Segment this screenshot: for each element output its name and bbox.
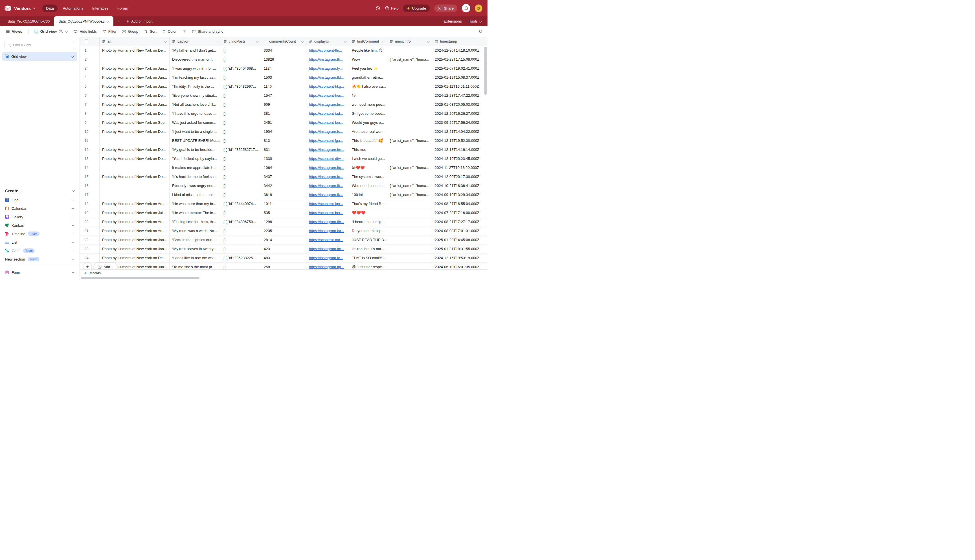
plus-icon[interactable]: + [72,270,75,275]
url-link[interactable]: https://instagram.fsr... [309,229,344,233]
cell-childPosts[interactable]: [] [221,172,261,181]
row-number[interactable]: 20 [80,217,100,226]
cell-timestamp[interactable]: 2024-12-20T16:26:27.000Z [432,109,488,118]
cell-caption[interactable]: “It’s hard for me to feel sa... [170,172,221,181]
row-number[interactable]: 17 [80,190,100,199]
cell-caption[interactable]: “I just want to be a single ... [170,127,221,136]
cell-musicInfo[interactable] [387,235,432,244]
sidebar-item-kanban[interactable]: Kanban+ [0,221,80,230]
cell-timestamp[interactable]: 2024-09-19T13:29:34.000Z [432,190,488,199]
plus-icon[interactable]: + [72,232,75,236]
cell-firstComment[interactable]: 😍 Just utter respe... [349,263,387,269]
cell-caption[interactable]: “Not all teachers love chil... [170,100,221,109]
plus-icon[interactable]: + [72,223,75,228]
cell-timestamp[interactable]: 2025-01-03T20:05:03.000Z [432,100,488,109]
row-number[interactable]: 6 [80,91,100,100]
cell-caption[interactable]: “My goal is to be heralde... [170,145,221,154]
row-number[interactable]: 10 [80,127,100,136]
cell-commentsCount[interactable]: 3618 [261,190,306,199]
row-number[interactable]: 1 [80,46,100,55]
cell-musicInfo[interactable] [387,154,432,163]
plus-icon[interactable]: + [72,206,75,211]
cell-timestamp[interactable]: 2024-08-08T17:01:31.000Z [432,227,488,235]
sidebar-item-calendar[interactable]: Calendar+ [0,204,80,213]
row-number[interactable]: 5 [80,82,100,91]
cell-timestamp[interactable]: 2024-07-28T17:16:00.000Z [432,208,488,217]
search-button[interactable] [479,29,483,33]
cell-musicInfo[interactable] [387,253,432,262]
cell-commentsCount[interactable]: 258 [261,263,306,269]
cell-timestamp[interactable]: 2024-12-15T19:53:19.000Z [432,253,488,262]
cell-commentsCount[interactable]: 3437 [261,172,306,181]
cell-timestamp[interactable]: 2024-12-09T20:17:30.000Z [432,172,488,181]
cell-commentsCount[interactable]: 423 [261,245,306,253]
cell-commentsCount[interactable]: 1134 [261,64,306,73]
cell-caption[interactable]: “My mom was a witch. No... [170,227,221,235]
row-number[interactable]: 15 [80,172,100,181]
cell-firstComment[interactable]: This is beautiful 🥰 [349,136,387,145]
cell-displayUrl[interactable]: https://scontent-lga... [306,136,349,145]
cell-musicInfo[interactable] [387,208,432,217]
cell-caption[interactable]: “He was more than my br... [170,199,221,208]
row-number[interactable]: 3 [80,64,100,73]
url-link[interactable]: https://scontent-lhr... [309,48,342,52]
cell-firstComment[interactable]: I wish we could ge... [349,154,387,163]
cell-alt[interactable]: Photo by Humans of New York on De... [100,91,170,100]
sidebar-item-new-section[interactable]: New sectionTeam+ [0,255,80,263]
cell-displayUrl[interactable]: https://scontent-lhr... [306,46,349,55]
cell-displayUrl[interactable]: https://scontent-lga... [306,199,349,208]
tab-table-1[interactable]: data_YeJXCj519OJntxC30 [3,17,54,26]
chevron-down-icon[interactable] [382,40,384,43]
cell-alt[interactable]: Photo by Humans of New York on Au... [100,217,170,226]
url-link[interactable]: https://instagram.fm... [309,147,344,152]
url-link[interactable]: https://instagram.fy... [309,66,343,70]
chevron-down-icon[interactable] [256,40,259,43]
url-link[interactable]: https://scontent-ber... [309,211,343,215]
row-number[interactable]: 4 [80,73,100,82]
url-link[interactable]: https://instagram.fit... [309,183,343,188]
cell-timestamp[interactable]: 2024-12-19T20:23:45.000Z [432,154,488,163]
cell-childPosts[interactable]: [] [221,46,261,55]
cell-caption[interactable]: Recently I was angry eno... [170,181,221,190]
url-link[interactable]: https://instagram.fu... [309,175,343,179]
row-number[interactable]: 2 [80,55,100,64]
column-header-musicInfo[interactable]: musicInfo [387,37,432,46]
sidebar-item-list[interactable]: List+ [0,238,80,247]
group-button[interactable]: Group [120,28,141,35]
column-header-childPosts[interactable]: childPosts [221,37,261,46]
cell-commentsCount[interactable]: 1547 [261,91,306,100]
cell-musicInfo[interactable] [387,227,432,235]
filter-button[interactable]: Filter [100,28,119,35]
cell-alt[interactable]: Photo by Humans of New York on De... [100,46,170,55]
cell-displayUrl[interactable]: https://instagram.fbf... [306,73,349,82]
cell-commentsCount[interactable]: 909 [261,100,306,109]
cell-commentsCount[interactable]: 1503 [261,73,306,82]
cell-displayUrl[interactable]: https://instagram.fk... [306,190,349,199]
color-button[interactable]: Color [160,28,179,35]
cell-childPosts[interactable]: [] [221,136,261,145]
row-number[interactable]: 23 [80,245,100,253]
url-link[interactable]: https://instagram.flh... [309,220,344,224]
cell-firstComment[interactable]: The system is wor... [349,172,387,181]
add-or-import-button[interactable]: + Add or import [122,17,156,26]
cell-firstComment[interactable]: grandfather retire... [349,73,387,82]
cell-alt[interactable]: Photo by Humans of New York on De... [100,172,170,181]
plus-icon[interactable]: + [72,257,75,262]
cell-commentsCount[interactable]: 2451 [261,118,306,127]
cell-displayUrl[interactable]: https://instagram.fjp... [306,263,349,269]
nav-forms[interactable]: Forms [114,5,132,12]
url-link[interactable]: https://scontent-ma... [309,238,343,242]
create-section-toggle[interactable]: Create... [0,185,80,196]
chevron-down-icon[interactable] [164,40,167,43]
cell-timestamp[interactable]: 2024-12-30T14:18:10.000Z [432,46,488,55]
sidebar-item-timeline[interactable]: TimelineTeam+ [0,230,80,238]
cell-alt[interactable] [100,181,170,190]
cell-childPosts[interactable]: [] [221,73,261,82]
tab-list-chevron[interactable] [114,17,122,26]
cell-childPosts[interactable]: [] [221,154,261,163]
cell-timestamp[interactable]: 2024-10-21T16:36:41.000Z [432,181,488,190]
cell-childPosts[interactable]: [] [221,91,261,100]
column-header-caption[interactable]: caption [170,37,221,46]
cell-commentsCount[interactable]: 3442 [261,181,306,190]
row-number[interactable]: 7 [80,100,100,109]
